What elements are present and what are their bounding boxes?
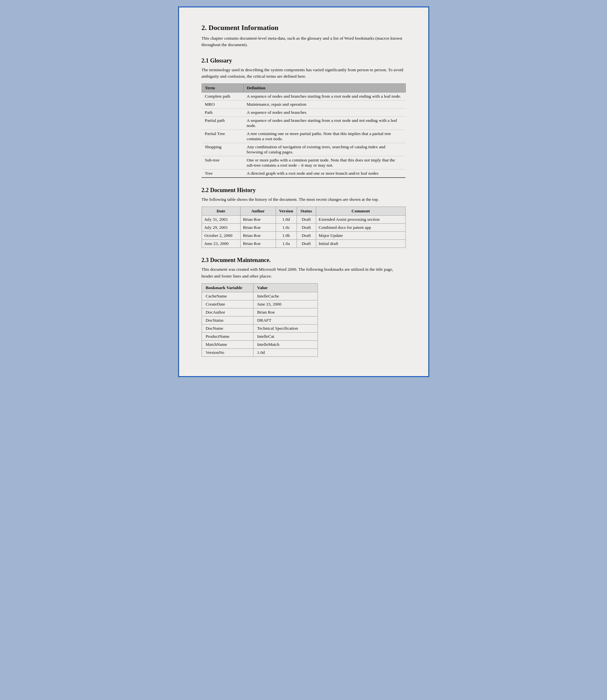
glossary-term: Shopping [202, 143, 244, 156]
table-row: Partial pathA sequence of nodes and bran… [202, 117, 405, 130]
bookmark-var: DocStatus [202, 316, 253, 324]
table-row: DocAuthorBrian Roe [202, 308, 317, 316]
glossary-definition: A directed graph with a root node and on… [244, 169, 405, 178]
table-row: CreateDateJune 23, 2000 [202, 300, 317, 308]
table-row: Complete pathA sequence of nodes and bra… [202, 93, 405, 101]
glossary-term: Complete path [202, 93, 244, 101]
bookmark-table: Bookmark Variable Value CacheNameIntelle… [202, 283, 318, 357]
table-row: June 23, 2000Brian Roe1.0aDraftInitial d… [202, 240, 405, 248]
bookmark-var: CreateDate [202, 300, 253, 308]
history-header-date: Date [202, 207, 240, 216]
glossary-term: MRO [202, 101, 244, 108]
table-row: July 31, 2001Brian Roe1.0dDraftExtended … [202, 216, 405, 224]
glossary-term: Partial Tree [202, 130, 244, 143]
history-cell: Major Update [316, 232, 405, 240]
section2-title: 2. Document Information [202, 23, 406, 32]
bookmark-var: CacheName [202, 292, 253, 300]
table-row: October 2, 2000Brian Roe1.0bDraftMajor U… [202, 232, 405, 240]
table-row: MROMaintenance, repair and operation [202, 101, 405, 108]
history-header-author: Author [240, 207, 276, 216]
section2-3-intro: This document was created with Microsoft… [202, 266, 406, 279]
glossary-term: Path [202, 108, 244, 117]
bookmark-val: IntelleCache [253, 292, 317, 300]
table-row: MatchNameIntelleMatch [202, 340, 317, 348]
bookmark-var: VersionNo [202, 348, 253, 357]
bookmark-val: June 23, 2000 [253, 300, 317, 308]
table-row: PathA sequence of nodes and branches [202, 108, 405, 117]
history-cell: Brian Roe [240, 232, 276, 240]
glossary-definition: One or more paths with a common parent n… [244, 156, 405, 169]
section2-3-title: 2.3 Document Maintenance. [202, 257, 406, 264]
history-cell: July 29, 2001 [202, 224, 240, 232]
bookmark-val: 1.0d [253, 348, 317, 357]
table-row: DocStatusDRAFT [202, 316, 317, 324]
section2-intro: This chapter contains document-level met… [202, 35, 406, 48]
history-cell: Brian Roe [240, 224, 276, 232]
glossary-definition: A tree containing one or more partial pa… [244, 130, 405, 143]
history-cell: Draft [297, 224, 316, 232]
table-row: ShoppingAny combination of navigation of… [202, 143, 405, 156]
bookmark-var: DocName [202, 324, 253, 332]
bookmark-var: MatchName [202, 340, 253, 348]
history-header-comment: Comment [316, 207, 405, 216]
glossary-definition: A sequence of nodes and branches [244, 108, 405, 117]
history-header-version: Version [276, 207, 297, 216]
section2-1-title: 2.1 Glossary [202, 57, 406, 64]
history-cell: Extended Assist processing section [316, 216, 405, 224]
history-cell: 1.0b [276, 232, 297, 240]
glossary-definition: A sequence of nodes and branches startin… [244, 93, 405, 101]
glossary-definition: Maintenance, repair and operation [244, 101, 405, 108]
history-cell: 1.0d [276, 216, 297, 224]
section2-1-intro: The terminology used in describing the s… [202, 67, 406, 80]
table-row: CacheNameIntelleCache [202, 292, 317, 300]
table-row: DocNameTechnical Specification [202, 324, 317, 332]
history-cell: Brian Roe [240, 240, 276, 248]
table-row: July 29, 2001Brian Roe1.0cDraftCombined … [202, 224, 405, 232]
bookmark-val: IntelleMatch [253, 340, 317, 348]
table-row: Partial TreeA tree containing one or mor… [202, 130, 405, 143]
history-cell: October 2, 2000 [202, 232, 240, 240]
bookmark-header-var: Bookmark Variable [202, 283, 253, 292]
bookmark-var: ProductName [202, 332, 253, 340]
glossary-header-definition: Definition [244, 84, 405, 93]
table-row: TreeA directed graph with a root node an… [202, 169, 405, 178]
glossary-term: Partial path [202, 117, 244, 130]
section2-2-title: 2.2 Document History [202, 187, 406, 194]
history-header-status: Status [297, 207, 316, 216]
history-cell: 1.0a [276, 240, 297, 248]
bookmark-var: DocAuthor [202, 308, 253, 316]
bookmark-header-val: Value [253, 283, 317, 292]
history-cell: Initial draft [316, 240, 405, 248]
bookmark-val: IntelleCat [253, 332, 317, 340]
history-table: Date Author Version Status Comment July … [202, 206, 406, 248]
history-cell: 1.0c [276, 224, 297, 232]
glossary-header-term: Term [202, 84, 244, 93]
glossary-term: Tree [202, 169, 244, 178]
page: 2. Document Information This chapter con… [178, 6, 429, 377]
glossary-table: Term Definition Complete pathA sequence … [202, 83, 406, 178]
history-cell: Draft [297, 232, 316, 240]
glossary-term: Sub-tree [202, 156, 244, 169]
section2-2-intro: The following table shows the history of… [202, 196, 406, 203]
history-cell: Brian Roe [240, 216, 276, 224]
bookmark-val: Brian Roe [253, 308, 317, 316]
table-row: VersionNo1.0d [202, 348, 317, 357]
history-cell: Combined docs for patent app [316, 224, 405, 232]
history-cell: June 23, 2000 [202, 240, 240, 248]
table-row: Sub-treeOne or more paths with a common … [202, 156, 405, 169]
history-cell: Draft [297, 240, 316, 248]
glossary-definition: Any combination of navigation of existin… [244, 143, 405, 156]
table-row: ProductNameIntelleCat [202, 332, 317, 340]
bookmark-val: DRAFT [253, 316, 317, 324]
bookmark-val: Technical Specification [253, 324, 317, 332]
glossary-definition: A sequence of nodes and branches startin… [244, 117, 405, 130]
history-cell: Draft [297, 216, 316, 224]
history-cell: July 31, 2001 [202, 216, 240, 224]
